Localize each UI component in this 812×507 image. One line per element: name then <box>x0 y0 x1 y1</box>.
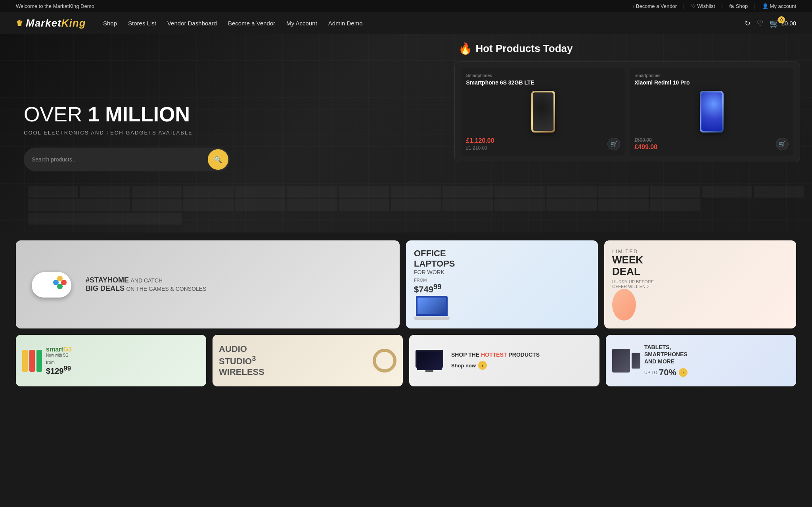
stayhome-line2: BIG DEALS ON THE GAMES & CONSOLES <box>86 284 392 293</box>
search-input[interactable] <box>24 151 206 168</box>
refresh-button[interactable]: ↻ <box>745 19 751 28</box>
tablet-shape <box>612 349 630 373</box>
tablet-image <box>612 349 640 373</box>
logo[interactable]: ♛ MarketKing <box>16 17 87 29</box>
product-image-1 <box>466 90 620 133</box>
banners-section: #STAYHOME AND CATCH BIG DEALS ON THE GAM… <box>0 232 812 401</box>
tablets-arrow: › <box>679 368 688 377</box>
crown-icon: ♛ <box>16 19 23 28</box>
hero-headline: OVER 1 MILLION <box>24 103 431 126</box>
banner-stayhome-text: #STAYHOME AND CATCH BIG DEALS ON THE GAM… <box>86 276 392 293</box>
hot-products-title-text: Hot Products Today <box>475 42 573 55</box>
nav-admin-demo[interactable]: Admin Demo <box>328 20 363 27</box>
smart-from: from <box>46 360 72 365</box>
hot-products-grid: Smartphones Smartphone 6S 32GB LTE £1,12… <box>454 61 800 162</box>
price-original-2: £599.00 <box>634 137 657 143</box>
cart-button[interactable]: 0 🛒 £0.00 <box>770 19 796 28</box>
top-bar: Welcome to the MarketKing Demo! › Become… <box>0 0 812 12</box>
cart-badge: 0 <box>778 16 785 23</box>
headphone-shape <box>373 349 396 373</box>
laptops-title: OFFICE <box>414 248 455 259</box>
wishlist-button[interactable]: ♡ <box>757 19 763 28</box>
product-prices-2: £599.00 £499.00 <box>634 137 657 151</box>
tablets-up-to: UP TO <box>644 370 657 375</box>
bag-icon: 🛍 <box>729 3 734 9</box>
wishlist-link[interactable]: ♡ Wishlist <box>691 3 715 9</box>
search-icon: 🔍 <box>214 156 222 163</box>
main-nav: Shop Stores List Vendor Dashboard Become… <box>103 20 729 27</box>
controller-image <box>24 265 79 304</box>
price-current-2: £499.00 <box>634 144 657 151</box>
shop-link[interactable]: 🛍 Shop <box>729 3 748 9</box>
audio-title: AUDIOSTUDIO3WIRELESS <box>219 344 264 378</box>
smart-brand: smartG3 <box>46 346 72 353</box>
smart-price: $12999 <box>46 365 72 376</box>
hot-product-card-1[interactable]: Smartphones Smartphone 6S 32GB LTE £1,12… <box>461 68 625 156</box>
fire-icon: 🔥 <box>458 42 472 55</box>
weekdeal-sub: HURRY UP BEFOREOFFER WILL END <box>612 279 654 289</box>
hot-product-card-2[interactable]: Smartphones Xiaomi Redmi 10 Pro £599.00 … <box>630 68 793 156</box>
phone-gold-shape <box>531 91 555 133</box>
nav-shop[interactable]: Shop <box>103 20 117 27</box>
hero-left: OVER 1 MILLION COOL ELECTRONICS AND TECH… <box>0 34 446 232</box>
smart-tagline: Now with 5G <box>46 353 72 357</box>
hot-products-title: 🔥 Hot Products Today <box>458 42 800 55</box>
smartwatch-image <box>22 350 42 372</box>
audio-content: AUDIOSTUDIO3WIRELESS <box>219 344 396 378</box>
search-button[interactable]: 🔍 <box>208 149 228 170</box>
chevron-right-icon: › <box>632 3 634 9</box>
tablets-title: TABLETS,SMARTPHONESAND MORE <box>644 344 688 365</box>
phone-mini-shape <box>632 353 640 369</box>
my-account-link[interactable]: 👤 My account <box>762 3 796 9</box>
top-bar-right: › Become a Vendor | ♡ Wishlist | 🛍 Shop … <box>632 3 796 9</box>
laptops-title2: LAPTOPS <box>414 259 455 269</box>
product-category-1: Smartphones <box>466 73 620 78</box>
nav-vendor-dashboard[interactable]: Vendor Dashboard <box>167 20 217 27</box>
header: ♛ MarketKing Shop Stores List Vendor Das… <box>0 12 812 34</box>
monitor-shape <box>416 350 443 372</box>
banner-laptops-text: OFFICE LAPTOPS FOR WORK FROM $74999 <box>414 248 455 295</box>
laptops-sub: FOR WORK <box>414 269 455 275</box>
banner-tablets-text: TABLETS,SMARTPHONESAND MORE UP TO 70% › <box>644 344 688 378</box>
banner-stayhome[interactable]: #STAYHOME AND CATCH BIG DEALS ON THE GAM… <box>16 240 400 328</box>
banner-audio-text: AUDIOSTUDIO3WIRELESS <box>219 344 264 378</box>
product-category-2: Smartphones <box>634 73 789 78</box>
become-vendor-link[interactable]: › Become a Vendor <box>632 3 677 9</box>
weekdeal-deco <box>612 289 636 321</box>
logo-market-text: Market <box>26 17 61 29</box>
headphone-image <box>269 349 396 373</box>
tablets-discount-val: 70% <box>659 367 676 378</box>
banner-weekdeal[interactable]: LIMITED WEEKDEAL HURRY UP BEFOREOFFER WI… <box>604 240 796 328</box>
price-row-1: £1,120.00 £1,210.00 🛒 <box>466 137 620 151</box>
banners-row-2: smartG3 Now with 5G from $12999 AUDIOSTU… <box>16 335 796 386</box>
heart-icon: ♡ <box>691 3 696 9</box>
laptop-image <box>414 295 450 321</box>
user-icon: 👤 <box>762 3 768 9</box>
price-original-1: £1,210.00 <box>466 145 494 151</box>
banner-laptops[interactable]: OFFICE LAPTOPS FOR WORK FROM $74999 <box>406 240 598 328</box>
nav-my-account[interactable]: My Account <box>286 20 317 27</box>
price-current-1: £1,120.00 <box>466 137 494 144</box>
shop-now-row: Shop now › <box>451 361 540 370</box>
stayhome-hashtag: #STAYHOME <box>86 276 129 284</box>
banner-smart[interactable]: smartG3 Now with 5G from $12999 <box>16 335 206 386</box>
hero-headline-light: OVER <box>24 103 88 126</box>
banner-tablets[interactable]: TABLETS,SMARTPHONESAND MORE UP TO 70% › <box>606 335 796 386</box>
banner-audio[interactable]: AUDIOSTUDIO3WIRELESS <box>213 335 403 386</box>
banner-smart-text: smartG3 Now with 5G from $12999 <box>46 346 72 376</box>
logo-king-text: King <box>61 17 86 29</box>
add-to-cart-button-1[interactable]: 🛒 <box>607 138 620 150</box>
banner-shop-hottest[interactable]: SHOP THE HOTTEST PRODUCTS Shop now › <box>409 335 599 386</box>
nav-become-vendor[interactable]: Become a Vendor <box>228 20 275 27</box>
product-prices-1: £1,120.00 £1,210.00 <box>466 137 494 151</box>
hero-subheadline: COOL ELECTRONICS AND TECH GADGETS AVAILA… <box>24 130 431 136</box>
hero-headline-bold: 1 MILLION <box>88 103 190 126</box>
price-row-2: £599.00 £499.00 🛒 <box>634 137 789 151</box>
hot-products-panel: 🔥 Hot Products Today Smartphones Smartph… <box>446 34 812 232</box>
shop-now-arrow: › <box>478 361 487 370</box>
weekdeal-image <box>612 289 636 321</box>
nav-stores[interactable]: Stores List <box>128 20 156 27</box>
hero-section: OVER 1 MILLION COOL ELECTRONICS AND TECH… <box>0 34 812 232</box>
search-bar: 🔍 <box>24 148 230 171</box>
add-to-cart-button-2[interactable]: 🛒 <box>776 138 789 150</box>
